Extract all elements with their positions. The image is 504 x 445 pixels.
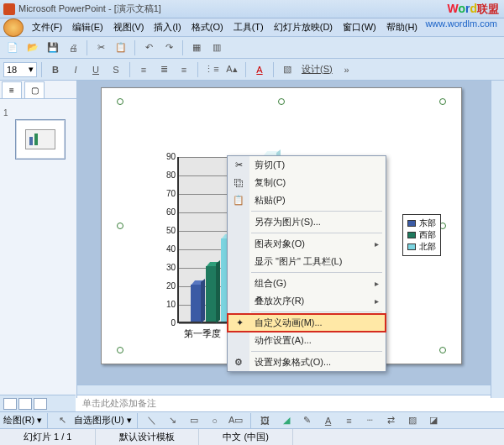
slide-thumbnail[interactable]: [15, 119, 66, 160]
font-color-button[interactable]: A: [250, 61, 269, 78]
title-text: Microsoft PowerPoint - [演示文稿1]: [18, 3, 161, 15]
underline-button[interactable]: U: [87, 61, 105, 78]
align-left-button[interactable]: ≡: [134, 61, 153, 78]
thumb-chart-preview: [25, 129, 55, 149]
font-color-button[interactable]: A: [319, 412, 338, 429]
thumb-number: 1: [3, 108, 8, 118]
fill-color-button[interactable]: ◢: [277, 412, 296, 429]
arrow-style-button[interactable]: ⇄: [382, 412, 401, 429]
select-arrow-button[interactable]: ↖: [53, 412, 71, 429]
selection-handle[interactable]: [117, 222, 123, 229]
open-button[interactable]: 📂: [24, 39, 42, 56]
menu-tools[interactable]: 工具(T): [228, 21, 269, 34]
cm-save-as-picture[interactable]: 另存为图片(S)...: [228, 213, 386, 231]
y-tick: 10: [162, 300, 176, 309]
menu-edit[interactable]: 编辑(E): [67, 21, 108, 34]
oval-button[interactable]: ○: [206, 412, 224, 429]
autoshapes-menu[interactable]: 自选图形(U): [74, 414, 123, 427]
chart-legend: 东部 西部 北部: [402, 214, 441, 256]
menu-view[interactable]: 视图(V): [108, 21, 150, 34]
menu-insert[interactable]: 插入(I): [149, 21, 186, 34]
line-color-button[interactable]: ✎: [298, 412, 317, 429]
y-tick: 20: [162, 281, 176, 291]
bullets-button[interactable]: ⋮≡: [202, 61, 221, 78]
paste-button[interactable]: 📋: [112, 39, 130, 56]
selection-handle[interactable]: [117, 347, 123, 353]
title-bar: Microsoft PowerPoint - [演示文稿1]: [0, 0, 504, 18]
arrow-button[interactable]: ↘: [164, 412, 182, 429]
y-tick: 50: [162, 226, 176, 235]
normal-view-button[interactable]: [3, 398, 17, 410]
bold-button[interactable]: B: [46, 61, 65, 78]
menu-window[interactable]: 窗口(W): [338, 21, 381, 34]
cm-copy[interactable]: ⿻复制(C): [228, 174, 386, 191]
insert-picture-button[interactable]: 🖼: [256, 412, 275, 429]
cm-custom-animation[interactable]: ✦自定义动画(M)...: [228, 314, 386, 332]
formatting-toolbar: 18▾ B I U S ≡ ≣ ≡ ⋮≡ A▴ A ▧ 设计(S) »: [0, 59, 504, 81]
y-tick: 90: [162, 152, 176, 161]
textbox-button[interactable]: A▭: [227, 412, 245, 429]
menu-file[interactable]: 文件(F): [27, 21, 67, 34]
selection-handle[interactable]: [439, 98, 446, 105]
undo-button[interactable]: ↶: [139, 39, 158, 56]
paste-icon: 📋: [232, 194, 245, 207]
y-tick: 30: [162, 263, 176, 272]
cm-chart-object[interactable]: 图表对象(O): [228, 235, 386, 253]
save-button[interactable]: 💾: [44, 39, 62, 56]
cm-cut[interactable]: ✂剪切(T): [228, 156, 386, 174]
selection-handle[interactable]: [278, 98, 285, 105]
font-size-input[interactable]: 18▾: [3, 62, 37, 77]
cm-group[interactable]: 组合(G): [228, 275, 386, 292]
align-center-button[interactable]: ≣: [155, 61, 173, 78]
align-right-button[interactable]: ≡: [175, 61, 193, 78]
dash-style-button[interactable]: ┈: [361, 412, 380, 429]
menu-slideshow[interactable]: 幻灯片放映(D): [269, 21, 338, 34]
status-slide: 幻灯片 1 / 1: [0, 429, 96, 445]
table-button[interactable]: ▥: [207, 39, 226, 56]
legend-swatch-west: [407, 232, 416, 238]
design-icon[interactable]: ▧: [278, 61, 297, 78]
status-bar: 幻灯片 1 / 1 默认设计模板 中文 (中国): [0, 428, 504, 445]
print-button[interactable]: 🖨: [64, 39, 82, 56]
selection-handle[interactable]: [439, 347, 446, 353]
rectangle-button[interactable]: ▭: [185, 412, 203, 429]
y-tick: 40: [162, 244, 176, 254]
view-buttons: [0, 395, 76, 411]
outline-tab[interactable]: ≡: [2, 81, 22, 98]
new-button[interactable]: 📄: [3, 39, 22, 56]
notes-pane[interactable]: 单击此处添加备注: [77, 395, 491, 411]
redo-button[interactable]: ↷: [160, 39, 178, 56]
watermark: Word联盟: [447, 2, 499, 17]
drawing-toolbar: 绘图(R)▾ ↖ 自选图形(U)▾ ＼ ↘ ▭ ○ A▭ 🖼 ◢ ✎ A ≡ ┈…: [0, 411, 504, 428]
increase-font-button[interactable]: A▴: [223, 61, 241, 78]
slideshow-view-button[interactable]: [34, 398, 47, 410]
shadow-style-button[interactable]: ▨: [403, 412, 422, 429]
cm-show-picture-toolbar[interactable]: 显示 "图片" 工具栏(L): [228, 253, 386, 270]
italic-button[interactable]: I: [66, 61, 85, 78]
draw-menu[interactable]: 绘图(R): [3, 414, 34, 427]
toolbar-more[interactable]: »: [338, 61, 356, 78]
cut-button[interactable]: ✂: [92, 39, 110, 56]
menu-format[interactable]: 格式(O): [186, 21, 228, 34]
cm-order[interactable]: 叠放次序(R): [228, 292, 386, 310]
design-link[interactable]: 设计(S): [298, 63, 336, 76]
selection-handle[interactable]: [117, 98, 123, 105]
scissors-icon: ✂: [232, 159, 245, 172]
3d-style-button[interactable]: ◪: [424, 412, 443, 429]
format-icon: ⚙: [232, 356, 245, 369]
line-style-button[interactable]: ≡: [340, 412, 359, 429]
y-tick: 70: [162, 189, 176, 198]
chart-bar-东部: [191, 285, 201, 322]
sorter-view-button[interactable]: [18, 398, 32, 410]
legend-west: 西部: [419, 229, 436, 241]
chart-button[interactable]: ▦: [187, 39, 206, 56]
office-button[interactable]: [3, 18, 24, 37]
shadow-button[interactable]: S: [107, 61, 125, 78]
cm-paste[interactable]: 📋粘贴(P): [228, 191, 386, 209]
menu-help[interactable]: 帮助(H): [381, 21, 423, 34]
cm-action-settings[interactable]: 动作设置(A)...: [228, 332, 386, 349]
cm-format-object[interactable]: ⚙设置对象格式(O)...: [228, 353, 386, 371]
vertical-scrollbar[interactable]: [491, 81, 504, 398]
line-button[interactable]: ＼: [143, 412, 161, 429]
slides-tab[interactable]: ▢: [24, 81, 45, 98]
